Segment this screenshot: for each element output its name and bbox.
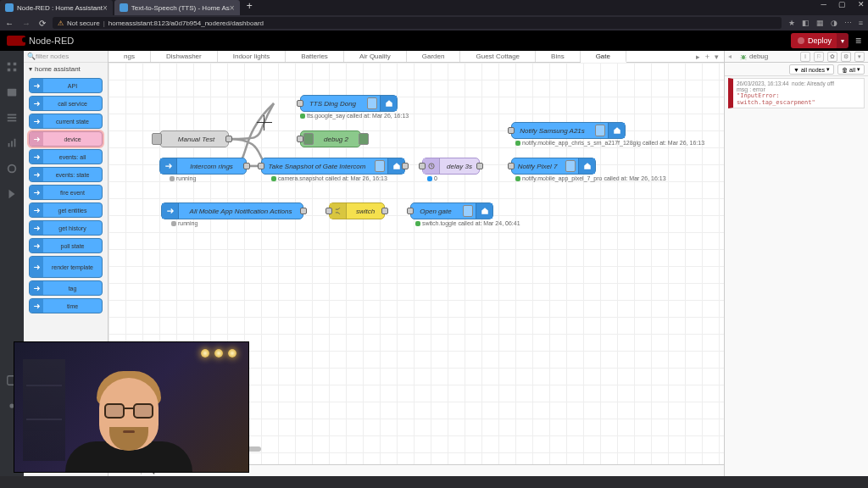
sidebar-btn[interactable]: ⚙ bbox=[841, 52, 851, 62]
activity-icon[interactable] bbox=[6, 112, 18, 124]
node-notify-samsung[interactable]: Notify Samsung A21s bbox=[511, 122, 626, 139]
tab-close-icon[interactable]: × bbox=[230, 3, 235, 13]
tab-menu-icon[interactable]: ▾ bbox=[715, 53, 719, 61]
palette-category[interactable]: ▾ home assistant bbox=[24, 63, 108, 75]
new-tab-button[interactable]: + bbox=[247, 0, 253, 15]
node-switch[interactable]: switch bbox=[329, 202, 385, 219]
palette-node-time[interactable]: time bbox=[29, 298, 103, 313]
palette-node-label: poll state bbox=[43, 243, 102, 249]
status-text: switch.toggle called at: Mar 24, 06:41 bbox=[422, 220, 520, 226]
sidebar-tab-debug[interactable]: debug bbox=[735, 53, 773, 60]
palette-node-poll-state[interactable]: poll state bbox=[29, 238, 103, 253]
tab-scroll-right-icon[interactable]: ▸ bbox=[696, 53, 700, 61]
flow-tab-garden[interactable]: Garden bbox=[407, 51, 461, 62]
flow-tab-indoor-lights[interactable]: Indoor lights bbox=[218, 51, 287, 62]
home-icon bbox=[380, 96, 397, 111]
node-delay[interactable]: delay 3s bbox=[422, 158, 480, 175]
node-all-mobile-actions[interactable]: All Mobile App Notification Actions bbox=[161, 202, 303, 219]
node-label: TTS Ding Dong bbox=[301, 100, 364, 108]
palette-node-get-entities[interactable]: get entities bbox=[29, 202, 103, 218]
main-menu-button[interactable]: ≡ bbox=[855, 35, 861, 47]
switch-icon bbox=[330, 203, 347, 219]
palette-node-device[interactable]: device bbox=[29, 131, 103, 147]
filter-nodes-button[interactable]: ▼ all nodes ▾ bbox=[789, 64, 834, 75]
nav-back-icon[interactable]: ← bbox=[5, 19, 14, 28]
ext-icon[interactable]: ⋯ bbox=[844, 19, 852, 27]
palette-node-events-all[interactable]: events: all bbox=[29, 149, 103, 164]
window-maximize[interactable]: ▢ bbox=[838, 0, 846, 8]
browser-tab-1[interactable]: Text-to-Speech (TTS) - Home As × bbox=[114, 0, 240, 15]
flow-tab-gate[interactable]: Gate bbox=[581, 51, 626, 63]
flow-tab-dishwasher[interactable]: Dishwasher bbox=[151, 51, 218, 62]
sidebar-btn[interactable]: ▾ bbox=[854, 52, 865, 62]
ext-icon[interactable]: ◑ bbox=[831, 19, 837, 27]
activity-icon[interactable] bbox=[6, 137, 18, 149]
activity-icon[interactable] bbox=[6, 86, 18, 98]
node-manual-test[interactable]: Manual Test bbox=[159, 130, 229, 147]
node-type-icon bbox=[30, 221, 43, 235]
palette-node-render-template[interactable]: render template bbox=[29, 256, 103, 278]
node-label: Manual Test bbox=[164, 136, 228, 143]
svg-rect-7 bbox=[8, 120, 17, 122]
palette-node-tag[interactable]: tag bbox=[29, 280, 103, 296]
deploy-dropdown[interactable]: ▾ bbox=[837, 33, 849, 48]
nav-reload-icon[interactable]: ⟳ bbox=[39, 19, 46, 28]
status-text: 0 bbox=[434, 175, 437, 181]
ext-icon[interactable]: ▦ bbox=[816, 19, 824, 27]
ext-icon[interactable]: ★ bbox=[788, 19, 795, 27]
flow-tab-batteries[interactable]: Batteries bbox=[286, 51, 344, 62]
activity-icon[interactable] bbox=[6, 163, 18, 175]
window-minimize[interactable]: ─ bbox=[821, 0, 826, 8]
arrow-icon bbox=[160, 158, 177, 174]
svg-rect-9 bbox=[11, 141, 13, 147]
palette-node-API[interactable]: API bbox=[29, 78, 103, 93]
deploy-button[interactable]: Deploy bbox=[791, 33, 838, 48]
url-input[interactable]: ⚠ Not secure | homeassistant:8123/a0d7b9… bbox=[53, 17, 782, 29]
ext-icon[interactable]: ≡ bbox=[859, 19, 863, 27]
palette-search-input[interactable]: 🔍 filter nodes bbox=[24, 51, 108, 63]
palette-node-label: time bbox=[43, 303, 102, 309]
node-tts-ding-dong[interactable]: TTS Ding Dong bbox=[300, 95, 398, 112]
sidebar-btn[interactable]: i bbox=[800, 52, 810, 62]
palette-node-label: call service bbox=[43, 101, 102, 107]
flow-tab-air-quality[interactable]: Air Quality bbox=[344, 51, 407, 62]
home-icon bbox=[476, 203, 492, 219]
sidebar-tab-label: debug bbox=[749, 53, 768, 60]
palette-node-call-service[interactable]: call service bbox=[29, 96, 103, 111]
tab-close-icon[interactable]: × bbox=[103, 3, 108, 13]
activity-icon[interactable] bbox=[6, 61, 18, 73]
sidebar-collapse-icon[interactable]: ◂ bbox=[725, 53, 735, 60]
ext-icon[interactable]: ◧ bbox=[802, 19, 810, 27]
sidebar-btn[interactable]: ✿ bbox=[827, 52, 837, 62]
palette-node-fire-event[interactable]: fire event bbox=[29, 185, 103, 200]
home-icon bbox=[578, 158, 595, 174]
add-flow-button[interactable]: + bbox=[705, 53, 709, 61]
palette-node-label: current state bbox=[43, 119, 102, 125]
flow-tab-ngs[interactable]: ngs bbox=[108, 51, 151, 62]
sidebar-btn[interactable]: ⚐ bbox=[814, 52, 824, 62]
url-warning-text: Not secure bbox=[67, 19, 100, 27]
node-notify-pixel[interactable]: Notify Pixel 7 bbox=[511, 158, 596, 175]
svg-point-15 bbox=[742, 55, 745, 59]
node-debug-2[interactable]: debug 2 bbox=[300, 130, 361, 147]
window-close[interactable]: ✕ bbox=[858, 0, 865, 8]
node-intercom-rings[interactable]: Intercom rings bbox=[159, 158, 247, 175]
nav-forward-icon[interactable]: → bbox=[22, 19, 31, 28]
palette-node-current-state[interactable]: current state bbox=[29, 114, 103, 129]
status-text: running bbox=[178, 220, 198, 226]
palette-node-events-state[interactable]: events: state bbox=[29, 167, 103, 182]
flow-tab-bins[interactable]: Bins bbox=[536, 51, 581, 62]
activity-icon[interactable] bbox=[6, 188, 18, 200]
msg-value: "InputError: switch.tap_escarpment" bbox=[737, 92, 860, 106]
palette-node-label: fire event bbox=[43, 190, 102, 196]
node-take-snapshot[interactable]: Take Snapshot of Gate Intercom bbox=[261, 158, 405, 175]
browser-tab-0[interactable]: Node-RED : Home Assistant × bbox=[0, 0, 113, 15]
palette-node-get-history[interactable]: get history bbox=[29, 220, 103, 236]
url-text: homeassistant:8123/a0d7b954_nodered/dash… bbox=[108, 19, 264, 27]
filter-all-button[interactable]: 🗑 all ▾ bbox=[837, 64, 865, 75]
node-label: All Mobile App Notification Actions bbox=[179, 208, 303, 215]
node-open-gate[interactable]: Open gate bbox=[410, 202, 493, 219]
flow-tab-guest-cottage[interactable]: Guest Cottage bbox=[460, 51, 536, 62]
palette-node-label: get history bbox=[43, 225, 102, 231]
debug-message[interactable]: 26/03/2023, 16:13:44 node: Already off! … bbox=[728, 78, 865, 108]
